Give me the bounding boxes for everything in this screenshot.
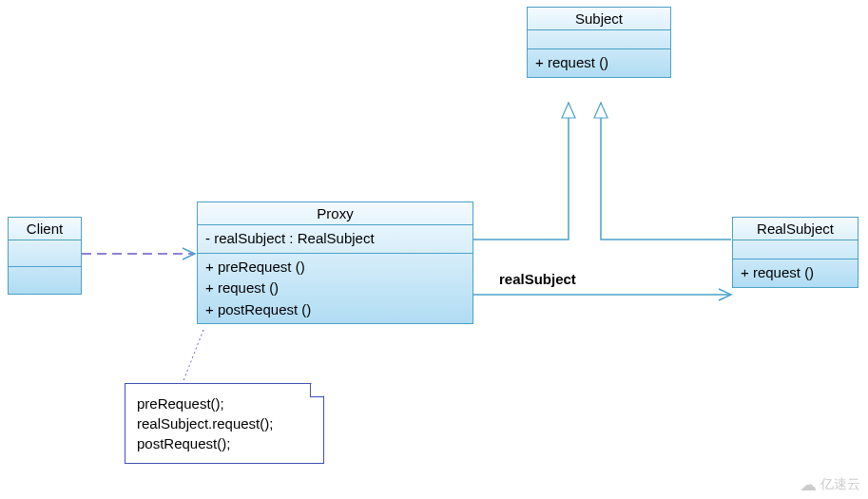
class-subject-name: Subject	[528, 8, 670, 30]
note: preRequest(); realSubject.request(); pos…	[125, 383, 324, 464]
generalization-realsubject-subject	[601, 103, 731, 240]
class-realsubject-attrs	[733, 240, 858, 259]
watermark-text: 亿速云	[820, 476, 860, 493]
class-subject: Subject + request ()	[527, 7, 671, 78]
class-proxy: Proxy - realSubject : RealSubject + preR…	[197, 202, 473, 324]
association-label: realSubject	[499, 271, 576, 287]
watermark: ☁ 亿速云	[800, 476, 860, 493]
class-proxy-name: Proxy	[198, 202, 473, 225]
class-realsubject-name: RealSubject	[733, 218, 858, 240]
op-row: + request ()	[535, 52, 663, 74]
class-proxy-attrs: - realSubject : RealSubject	[198, 225, 473, 254]
class-realsubject: RealSubject + request ()	[732, 217, 858, 288]
op-row: + postRequest ()	[205, 299, 465, 321]
uml-canvas: Subject + request () Client Proxy - real…	[0, 0, 868, 499]
generalization-proxy-subject	[473, 103, 569, 240]
class-client-name: Client	[9, 218, 81, 240]
note-line: preRequest();	[137, 393, 312, 413]
class-client-attrs	[9, 240, 81, 267]
cloud-icon: ☁	[800, 476, 817, 493]
class-client-ops	[9, 267, 81, 294]
op-row: + request ()	[741, 262, 850, 284]
class-proxy-ops: + preRequest () + request () + postReque…	[198, 254, 473, 324]
class-client: Client	[8, 217, 82, 295]
attr-row: - realSubject : RealSubject	[205, 228, 465, 250]
class-subject-attrs	[528, 30, 670, 49]
note-anchor	[183, 330, 203, 383]
note-line: realSubject.request();	[137, 413, 312, 433]
note-line: postRequest();	[137, 433, 312, 453]
class-realsubject-ops: + request ()	[733, 259, 858, 287]
op-row: + preRequest ()	[205, 257, 465, 278]
op-row: + request ()	[205, 278, 465, 299]
class-subject-ops: + request ()	[528, 49, 670, 77]
